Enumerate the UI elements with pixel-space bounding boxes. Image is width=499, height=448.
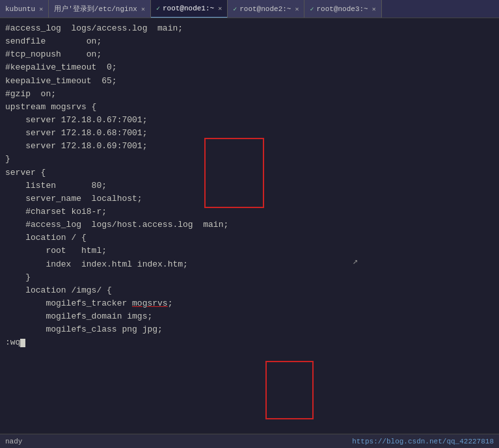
- terminal-content[interactable]: ↗ #access_log logs/access.log main;sendf…: [0, 18, 499, 434]
- tab-close-nginx[interactable]: ✕: [141, 5, 145, 13]
- tab-close-node1[interactable]: ✕: [218, 5, 222, 12]
- tab-bar: kubuntu ✕ 用户'登录到/etc/nginx ✕ ✓ root@node…: [0, 0, 499, 18]
- code-line: server_name localhost;: [5, 192, 494, 205]
- underlined-mogsrvs: mogsrvs: [132, 298, 168, 308]
- code-line: location / {: [5, 231, 494, 244]
- code-line: upstream mogsrvs {: [5, 101, 494, 114]
- code-line: mogilefs_tracker mogsrvs;: [5, 297, 494, 310]
- code-line: root html;: [5, 244, 494, 257]
- tab-label: root@node3:~: [317, 5, 368, 13]
- status-left: nady: [5, 438, 22, 445]
- code-line: server 172.18.0.69:7001;: [5, 140, 494, 153]
- code-line: #charset koi8-r;: [5, 205, 494, 218]
- code-line: }: [5, 153, 494, 166]
- tab-check-node1: ✓: [156, 5, 160, 12]
- tab-close-kubuntu[interactable]: ✕: [39, 5, 43, 13]
- code-line: sendfile on;: [5, 35, 494, 48]
- tab-label: kubuntu: [5, 5, 35, 13]
- code-line: #keepalive_timeout 0;: [5, 61, 494, 74]
- code-container: #access_log logs/access.log main;sendfil…: [5, 22, 494, 336]
- status-right: https://blog.csdn.net/qq_42227818: [352, 438, 494, 445]
- code-line: listen 80;: [5, 179, 494, 192]
- code-line: mogilefs_domain imgs;: [5, 310, 494, 323]
- annotation-box-2: [265, 361, 314, 419]
- code-line: #access_log logs/host.access.log main;: [5, 218, 494, 231]
- code-line: keepalive_timeout 65;: [5, 75, 494, 88]
- tab-nginx[interactable]: 用户'登录到/etc/nginx ✕: [49, 0, 151, 18]
- code-line: }: [5, 271, 494, 284]
- code-line: #gzip on;: [5, 88, 494, 101]
- code-line: server 172.18.0.68:7001;: [5, 127, 494, 140]
- tab-node3[interactable]: ✓ root@node3:~ ✕: [304, 0, 381, 18]
- status-bar: nady https://blog.csdn.net/qq_42227818: [0, 434, 499, 448]
- code-line: mogilefs_class png jpg;: [5, 323, 494, 336]
- tab-check-node3: ✓: [310, 5, 314, 13]
- terminal-cursor: [20, 339, 25, 347]
- tab-close-node3[interactable]: ✕: [372, 5, 376, 13]
- tab-kubuntu[interactable]: kubuntu ✕: [0, 0, 49, 18]
- tab-check-node2: ✓: [233, 5, 237, 13]
- tab-close-node2[interactable]: ✕: [295, 5, 299, 13]
- tab-label: root@node2:~: [239, 5, 291, 13]
- tab-node2[interactable]: ✓ root@node2:~ ✕: [228, 0, 304, 18]
- code-line: location /imgs/ {: [5, 284, 494, 297]
- tab-label: root@node1:~: [163, 5, 214, 12]
- tab-node1[interactable]: ✓ root@node1:~ ✕: [151, 0, 228, 18]
- command-line: :wq: [5, 336, 494, 349]
- code-line: server 172.18.0.67:7001;: [5, 114, 494, 127]
- tab-label: 用户'登录到/etc/nginx: [54, 4, 137, 14]
- code-line: #access_log logs/access.log main;: [5, 22, 494, 35]
- code-line: server {: [5, 166, 494, 179]
- code-line: index index.html index.htm;: [5, 258, 494, 271]
- code-line: #tcp_nopush on;: [5, 48, 494, 61]
